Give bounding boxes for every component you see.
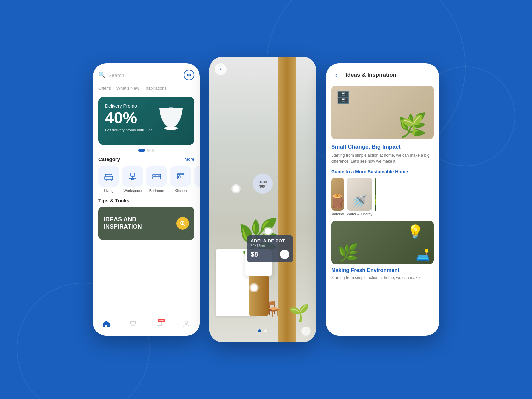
product-arrow-button[interactable]: › [280,250,289,259]
tips-title: Tips & Tricks [98,198,194,203]
category-bedroom[interactable]: Bedroom [146,166,167,193]
material-label: Material [331,212,344,216]
phone-ar: 🌿 🌱 🪑 ‹ ≡ [209,57,316,342]
category-header: Category More [98,156,194,162]
article-title: Small Change, Big Impact [331,144,434,150]
svg-line-18 [184,224,185,226]
ar-back-button[interactable]: ‹ [215,63,227,75]
profile-icon [182,320,190,329]
svg-point-3 [164,127,178,130]
ar-dot-nav [258,329,267,332]
main-inspiration-image: 🗄️ 🌿 🌱 [331,86,434,139]
svg-rect-6 [111,180,112,181]
nav-home[interactable] [102,320,110,329]
search-left[interactable]: 🔍 Search [98,71,124,79]
svg-rect-11 [154,175,156,176]
dot-2[interactable] [147,149,150,152]
phones-container: 🔍 Search Offer's What's New Inspirations [93,57,439,342]
floor-plants: 🌱 [289,303,309,323]
living-label: Living [104,189,114,193]
svg-point-15 [178,176,180,178]
promo-banner: Delivery Promo 40% Get delivery promo un… [98,97,194,145]
bottom-navigation: 99+ [93,316,200,336]
ar-360-label: 360° [259,185,266,188]
ar-360-button[interactable]: 360° [253,174,273,194]
svg-rect-12 [158,175,160,176]
category-bath[interactable]: Bat... [194,166,200,193]
svg-point-0 [189,75,190,76]
svg-rect-4 [105,176,113,180]
nav-profile[interactable] [182,320,190,329]
lamp-illustration [151,98,191,143]
ideas-text: IDEAS AND INSPIRATION [104,216,142,230]
svg-marker-22 [266,181,267,183]
bedroom-label: Bedroom [149,189,164,193]
workspace-icon [122,166,143,187]
hotspot-1[interactable] [233,185,239,192]
svg-rect-9 [131,178,134,180]
guide-extra: 🥦 [375,178,376,216]
product-card: ADELAIDE POT 30X15cm $8 › [247,235,293,262]
product-name: ADELAIDE POT [251,238,289,243]
sofa-icon: 🛋️ [416,249,430,262]
living-plant-icon: 🌿 [338,243,358,262]
ar-menu-button[interactable]: ≡ [299,63,311,75]
ar-dot-1[interactable] [258,329,261,332]
tab-offers[interactable]: Offer's [98,86,111,92]
extra-label [375,212,376,216]
ar-dot-2[interactable] [264,329,267,332]
ar-info-button[interactable]: i [301,327,311,336]
dresser-icon: 🗄️ [336,91,351,104]
search-icon: 🔍 [98,71,106,79]
bedroom-icon [146,166,167,187]
product-price: $8 [251,251,258,258]
heart-icon [129,320,137,329]
category-workspace[interactable]: Workspace [122,166,143,193]
fresh-article-desc: Starting from simple action at home, we … [331,275,434,281]
dot-3[interactable] [152,149,154,152]
article-description: Starting from simple action at home, we … [331,152,434,164]
kitchen-icon [170,166,191,187]
tab-bar: Offer's What's New Inspirations [98,86,194,92]
category-living[interactable]: Living [98,166,119,193]
category-title: Category [98,156,120,162]
tips-section: Tips & Tricks IDEAS AND INSPIRATION [98,198,194,240]
stool: 🪑 [264,300,283,318]
inspiration-header: ‹ Ideas & Inspiration [331,70,434,80]
nav-favorites[interactable] [129,320,137,329]
ideas-search-icon[interactable] [176,217,189,230]
inspiration-title: Ideas & Inspiration [346,72,396,78]
category-more[interactable]: More [184,157,194,162]
svg-rect-5 [106,180,107,181]
svg-rect-10 [153,176,161,179]
category-list: Living Workspace [98,166,194,193]
snake-plant-icon: 🌱 [401,114,424,136]
search-input[interactable]: Search [108,72,124,78]
guide-material: 🪵 Material [331,178,344,216]
tab-inspirations[interactable]: Inspirations [145,86,167,92]
home-icon [102,320,110,329]
fresh-environment-image: 🌿 💡 🛋️ [331,221,434,264]
banner-dots [98,149,194,152]
product-size: 30X15cm [251,244,289,248]
phone-inspiration: ‹ Ideas & Inspiration 🗄️ 🌿 🌱 Small Chang… [326,63,439,336]
search-bar: 🔍 Search [98,70,194,80]
water-icon: 🚿 [351,194,368,209]
living-icon [98,166,119,187]
guide-water-energy: 🚿 Water & Energy [347,178,372,216]
kitchen-label: Kitchen [175,189,187,193]
ideas-card[interactable]: IDEAS AND INSPIRATION [98,207,194,240]
material-icon: 🪵 [331,194,344,209]
tab-whats-new[interactable]: What's New [116,86,139,92]
dot-1[interactable] [138,149,145,152]
water-energy-label: Water & Energy [347,212,372,216]
guide-title: Guide to a More Sustainable Home [331,169,434,174]
nav-notifications[interactable]: 99+ [156,320,164,329]
svg-point-21 [185,321,188,324]
guide-grid: 🪵 Material 🚿 Water & Energy 🥦 [331,178,434,216]
extra-icon: 🥦 [375,194,376,209]
bath-icon [194,166,200,187]
category-kitchen[interactable]: Kitchen [170,166,191,193]
ar-button[interactable] [184,70,194,80]
inspiration-back-button[interactable]: ‹ [331,70,342,80]
